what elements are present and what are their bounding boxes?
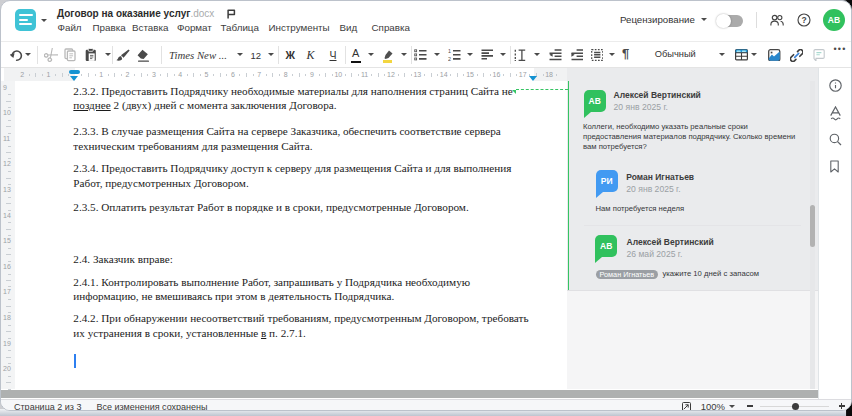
svg-text:1: 1 — [448, 49, 451, 54]
svg-text:?: ? — [802, 15, 807, 25]
svg-text:2: 2 — [448, 56, 451, 61]
